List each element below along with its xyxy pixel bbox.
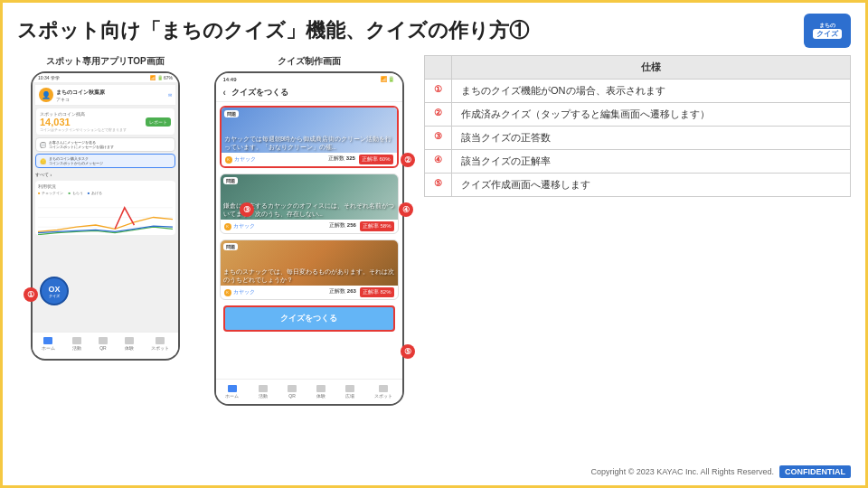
qnav-qr-icon [288, 385, 297, 392]
username: アキコ [56, 97, 165, 102]
spec-text: クイズ作成画面へ遷移します [452, 174, 851, 197]
mission-item-1: 💬 お客さんにメッセージを送るコインスポットにメッセージを届けます [35, 137, 175, 152]
spec-table-row: ⑤クイズ作成画面へ遷移します [425, 174, 851, 197]
quiz-q-label-2: 問題 [223, 177, 238, 184]
quiz-card-image-3: 問題 まちのスナックでは、毎日変わるものがあります。それは次のうちどれでしょうか… [221, 240, 398, 286]
quiz-q-label-1: 問題 [224, 110, 239, 117]
qnav-exp[interactable]: 体験 [316, 385, 326, 399]
logo-top-text: まちの クイズ [813, 23, 842, 40]
nav-home[interactable]: ホーム [42, 337, 55, 351]
source-icon-1: K [225, 156, 232, 164]
quiz-q-label-3: 問題 [223, 243, 238, 250]
spec-text: 該当クイズの正解率 [452, 150, 851, 174]
spec-table-row: ①まちのクイズ機能がONの場合、表示されます [425, 80, 851, 103]
quiz-phone-status: 14:49 📶 🔋 [216, 73, 402, 84]
quiz-phone-time: 14:49 [223, 77, 237, 82]
chart-area: 利用状況 ■チェックイン ■もらう ■あげる [35, 181, 175, 235]
ox-label: OX [48, 285, 60, 294]
spec-num: ② [425, 103, 452, 127]
qnav-spot[interactable]: スポット [374, 385, 392, 399]
home-icon [43, 337, 52, 344]
spec-table: 仕様 ①まちのクイズ機能がONの場合、表示されます②作成済みクイズ（タップすると… [424, 55, 851, 197]
chart-svg [38, 197, 173, 235]
qr-icon [99, 337, 108, 344]
quiz-card-image-1: 問題 カヤックでは毎週朝9時から御成商店街のクリーン活動を行っています。「おなり… [222, 108, 397, 153]
footer: Copyright © 2023 KAYAC Inc. All Rights R… [17, 465, 851, 478]
create-quiz-button[interactable]: クイズをつくる [223, 305, 395, 332]
coin-box: スポットのコイン残高 14,031 レポート コインはチェックインやミッションな… [35, 108, 175, 136]
left-panel: スポット専用アプリTOP画面 ① 10:34 学学 📶 🔋 67% 👤 [17, 55, 193, 462]
quiz-source-1: K カヤック [225, 155, 256, 164]
annotation-5: ⑤ [401, 344, 415, 359]
copyright-text: Copyright © 2023 KAYAC Inc. All Rights R… [591, 467, 774, 476]
mission-item-2: 🪙 まちのコイン購入タスクコインスポットからのメッセージ [35, 154, 175, 168]
spec-table-row: ④該当クイズの正解率 [425, 150, 851, 174]
app-title: まちのコイン秋葉原 [56, 89, 165, 97]
quiz-header-title: クイズをつくる [231, 87, 288, 99]
spec-table-row: ②作成済みクイズ（タップすると編集画面へ遷移します） [425, 103, 851, 127]
quiz-card-1[interactable]: 問題 カヤックでは毎週朝9時から御成商店街のクリーン活動を行っています。「おなり… [220, 106, 399, 168]
quiz-stats-3: 正解数 263 正解率 82% [329, 287, 393, 297]
page-title: スポット向け「まちのクイズ」機能、クイズの作り方① [17, 17, 804, 44]
right-panel: 仕様 ①まちのクイズ機能がONの場合、表示されます②作成済みクイズ（タップすると… [424, 55, 851, 462]
qnav-home[interactable]: ホーム [225, 385, 239, 399]
quiz-stats-1: 正解数 325 正解率 60% [328, 155, 392, 164]
spec-num: ⑤ [425, 174, 452, 197]
nav-spot[interactable]: スポット [151, 337, 169, 351]
quiz-card-3[interactable]: 問題 まちのスナックでは、毎日変わるものがあります。それは次のうちどれでしょうか… [220, 239, 399, 300]
qnav-activity[interactable]: 活動 [259, 385, 268, 399]
message-icon: 💬 [40, 142, 46, 148]
quiz-phone-header: ‹ クイズをつくる [216, 84, 402, 102]
spec-num: ③ [425, 127, 452, 150]
spec-text: 作成済みクイズ（タップすると編集画面へ遷移します） [452, 103, 851, 127]
nav-experience[interactable]: 体験 [125, 337, 134, 351]
nav-qr[interactable]: QR [99, 337, 108, 351]
nav-activity[interactable]: 活動 [72, 337, 81, 351]
quiz-source-2: K カヤック [224, 222, 255, 230]
qnav-qr[interactable]: QR [288, 385, 297, 399]
content-row: スポット専用アプリTOP画面 ① 10:34 学学 📶 🔋 67% 👤 [17, 55, 851, 462]
main-container: スポット向け「まちのクイズ」機能、クイズの作り方① まちの クイズ スポット専用… [3, 3, 865, 485]
quiz-meta-2: K カヤック 正解数 256 正解率 58% [221, 220, 398, 233]
phone-time: 10:34 学学 [38, 75, 60, 80]
left-panel-wrapper: ① 10:34 学学 📶 🔋 67% 👤 まちのコイン秋葉原 [31, 71, 180, 361]
phone-content: 👤 まちのコイン秋葉原 アキコ ✉ スポットのコイン残高 14,031 [33, 82, 178, 355]
report-button[interactable]: レポート [146, 117, 171, 127]
quiz-list: 問題 カヤックでは毎週朝9時から御成商店街のクリーン活動を行っています。「おなり… [216, 102, 402, 386]
spot-icon [156, 337, 165, 344]
all-label: すべて › [35, 170, 175, 179]
qnav-activity-icon [259, 385, 268, 392]
confidential-badge: CONFIDENTIAL [779, 465, 851, 478]
spec-col2-header: 仕様 [452, 56, 851, 80]
qnav-exp-icon [316, 385, 326, 392]
quiz-bottom-nav: ホーム 活動 QR 体験 [216, 379, 402, 404]
qnav-spot-icon [379, 385, 388, 392]
avatar: 👤 [39, 88, 53, 102]
source-icon-3: K [224, 289, 231, 296]
spec-num: ④ [425, 150, 452, 174]
qnav-plaza[interactable]: 広場 [345, 385, 354, 399]
quiz-label: クイズ [49, 294, 60, 298]
annotation-1: ① [24, 287, 38, 302]
annotation-3: ③ [240, 202, 254, 217]
spec-table-row: ③該当クイズの正答数 [425, 127, 851, 150]
quiz-meta-1: K カヤック 正解数 325 正解率 60% [222, 153, 397, 166]
coin-icon: 🪙 [40, 158, 46, 164]
middle-panel-label: クイズ制作画面 [203, 55, 415, 68]
spec-text: 該当クイズの正答数 [452, 127, 851, 150]
back-arrow-icon[interactable]: ‹ [223, 88, 226, 98]
middle-panel: クイズ制作画面 ② ③ ④ ⑤ 14:49 📶 🔋 ‹ クイズをつくる [203, 55, 415, 462]
quiz-text-3: まちのスナックでは、毎日変わるものがあります。それは次のうちどれでしょうか？ [223, 268, 395, 284]
coin-value: 14,031 [40, 117, 71, 127]
logo-bottom-text: クイズ [813, 29, 842, 40]
quiz-source-3: K カヤック [224, 288, 255, 296]
usage-label: 利用状況 [38, 183, 173, 189]
ox-quiz-button[interactable]: OX クイズ [40, 277, 69, 305]
coin-sub-text: コインはチェックインやミッションなどで貯まります [40, 127, 171, 132]
header: スポット向け「まちのクイズ」機能、クイズの作り方① まちの クイズ [17, 14, 851, 48]
spec-col1-header [425, 56, 452, 80]
phone-status-bar: 10:34 学学 📶 🔋 67% [33, 73, 178, 82]
quiz-phone-signal: 📶 🔋 [381, 76, 395, 82]
activity-icon [72, 337, 81, 344]
annotation-4: ④ [399, 202, 413, 217]
